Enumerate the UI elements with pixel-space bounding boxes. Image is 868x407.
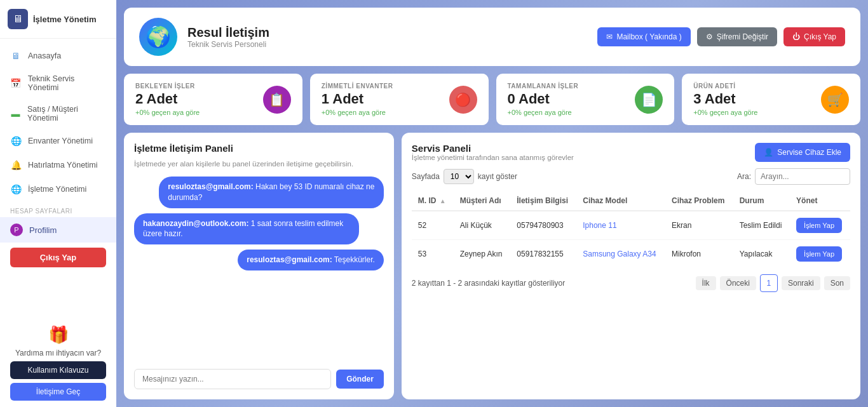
- stat-label: ZİMMETLİ ENVANTER: [322, 83, 393, 90]
- sidebar-item-label: İşletme Yönetimi: [28, 185, 86, 194]
- profile-avatar: P: [10, 224, 23, 236]
- user-plus-icon: 👤: [764, 148, 773, 157]
- service-subtitle: İşletme yönetimi tarafından sana atanmış…: [412, 154, 574, 161]
- chat-bubble: resuloztas@gmail.com: Hakan bey 53 ID nu…: [159, 177, 384, 208]
- cell-contact: 05917832155: [510, 240, 576, 269]
- cell-model: Iphone 11: [576, 211, 665, 240]
- pagination-controls: İlk Önceki 1 Sonraki Son: [696, 274, 850, 292]
- stat-label: ÜRÜN ADETİ: [693, 83, 757, 90]
- sidebar-item-label: Anasayfa: [28, 51, 61, 60]
- sidebar-logo: 🖥 İşletme Yönetim: [0, 0, 116, 39]
- stat-icon: 🔴: [449, 86, 477, 114]
- first-page-button[interactable]: İlk: [696, 276, 716, 290]
- table-row: 52 Ali Küçük 05794780903 Iphone 11 Ekran…: [412, 211, 850, 240]
- chat-bubble: hakanozaydin@outlook.com: 1 saat sonra t…: [134, 213, 359, 245]
- section-label: HESAP SAYFALARI: [0, 201, 116, 217]
- monitor-icon: 🖥: [10, 50, 22, 62]
- stat-card-zimmetli: ZİMMETLİ ENVANTER 1 Adet +0% geçen aya g…: [310, 74, 489, 125]
- header-actions: ✉ Mailbox ( Yakında ) ⚙ Şifremi Değiştir…: [597, 27, 845, 46]
- stat-info: ÜRÜN ADETİ 3 Adet +0% geçen aya göre: [693, 83, 757, 116]
- sales-icon: ▬: [10, 108, 21, 119]
- cell-problem: Ekran: [665, 211, 733, 240]
- guide-button[interactable]: Kullanım Kılavuzu: [10, 361, 106, 379]
- sidebar-item-hatirlatma[interactable]: 🔔 Hatırlatma Yönetimi: [0, 153, 116, 177]
- user-role: Teknik Servis Personeli: [187, 40, 587, 49]
- pagination: 2 kayıttan 1 - 2 arasındaki kayıtlar gös…: [412, 274, 850, 292]
- stat-value: 0 Adet: [508, 91, 579, 107]
- action-button[interactable]: İşlem Yap: [796, 218, 842, 233]
- sidebar-item-anasayfa[interactable]: 🖥 Anasayfa: [0, 44, 116, 68]
- stat-change: +0% geçen aya göre: [135, 109, 200, 116]
- cell-status: Yapılacak: [733, 240, 790, 269]
- stat-change: +0% geçen aya göre: [693, 109, 757, 116]
- records-suffix: kayıt göster: [478, 172, 517, 181]
- contact-button[interactable]: İletişime Geç: [10, 383, 106, 401]
- chat-input-row: Gönder: [134, 369, 384, 389]
- prev-page-button[interactable]: Önceki: [720, 276, 756, 290]
- chat-subtitle: İşletmede yer alan kişilerle bu panel üz…: [134, 160, 384, 168]
- col-problem: Cihaz Problem: [665, 191, 733, 211]
- message-email: resuloztas@gmail.com:: [247, 255, 332, 264]
- stat-label: TAMAMLANAN İŞLER: [508, 83, 579, 90]
- stat-info: TAMAMLANAN İŞLER 0 Adet +0% geçen aya gö…: [508, 83, 579, 116]
- sort-icon: ▲: [440, 197, 446, 204]
- globe2-icon: 🌐: [10, 183, 22, 195]
- sidebar-item-isletme[interactable]: 🌐 İşletme Yönetimi: [0, 177, 116, 201]
- device-model-text: Iphone 11: [583, 221, 616, 230]
- chat-title: İşletme İletişim Paneli: [134, 143, 384, 154]
- service-table: M. ID ▲ Müşteri Adı İletişim Bilgisi Cih…: [412, 191, 850, 268]
- stat-icon: 📄: [635, 86, 663, 114]
- stat-card-bekleyen: BEKLEYEN İŞLER 2 Adet +0% geçen aya göre…: [124, 74, 302, 125]
- sidebar-item-satis[interactable]: ▬ Satış / Müşteri Yönetimi: [0, 98, 116, 129]
- next-page-button[interactable]: Sonraki: [782, 276, 820, 290]
- stats-row: BEKLEYEN İŞLER 2 Adet +0% geçen aya göre…: [124, 74, 860, 125]
- sidebar-item-label: Envanter Yönetimi: [28, 137, 93, 145]
- gear-icon: ⚙: [706, 32, 713, 41]
- avatar: 🌍: [139, 18, 177, 56]
- help-text: Yardıma mı ihtiyacın var?: [15, 349, 101, 357]
- sidebar-logout-button[interactable]: Çıkış Yap: [10, 248, 106, 267]
- add-device-button[interactable]: 👤 Servise Cihaz Ekle: [755, 143, 850, 162]
- main-content: 🌍 Resul İletişim Teknik Servis Personeli…: [116, 0, 868, 407]
- globe-icon: 🌐: [10, 135, 22, 147]
- stat-change: +0% geçen aya göre: [322, 109, 393, 116]
- search-box: Ara:: [737, 168, 850, 185]
- last-page-button[interactable]: Son: [824, 276, 850, 290]
- show-records-control: Sayfada 10 25 50 kayıt göster: [412, 169, 517, 184]
- sidebar-item-profilim[interactable]: P Profilim: [0, 217, 116, 243]
- calendar-icon: 📅: [10, 77, 22, 89]
- chat-panel: İşletme İletişim Paneli İşletmede yer al…: [124, 133, 394, 399]
- table-header: M. ID ▲ Müşteri Adı İletişim Bilgisi Cih…: [412, 191, 850, 211]
- cell-status: Teslim Edildi: [733, 211, 790, 240]
- action-button[interactable]: İşlem Yap: [796, 246, 842, 262]
- power-icon: ⏻: [792, 32, 800, 41]
- send-button[interactable]: Gönder: [336, 370, 384, 389]
- sidebar-item-label: Teknik Servis Yönetimi: [28, 74, 106, 92]
- mail-icon: ✉: [606, 32, 613, 41]
- stat-card-urun: ÜRÜN ADETİ 3 Adet +0% geçen aya göre 🛒: [682, 74, 860, 125]
- stat-label: BEKLEYEN İŞLER: [135, 83, 200, 90]
- records-per-page-select[interactable]: 10 25 50: [444, 169, 474, 184]
- change-password-button[interactable]: ⚙ Şifremi Değiştir: [697, 27, 777, 46]
- sidebar-item-teknik-servis[interactable]: 📅 Teknik Servis Yönetimi: [0, 68, 116, 98]
- user-name: Resul İletişim: [187, 25, 587, 40]
- service-panel: Servis Paneli İşletme yönetimi tarafında…: [402, 133, 860, 399]
- service-header: Servis Paneli İşletme yönetimi tarafında…: [412, 143, 850, 162]
- current-page: 1: [760, 274, 778, 292]
- sidebar-item-envanter[interactable]: 🌐 Envanter Yönetimi: [0, 129, 116, 153]
- header-logout-button[interactable]: ⏻ Çıkış Yap: [783, 27, 845, 46]
- sidebar: 🖥 İşletme Yönetim 🖥 Anasayfa 📅 Teknik Se…: [0, 0, 116, 407]
- sidebar-help: 🎁 Yardıma mı ihtiyacın var? Kullanım Kıl…: [0, 319, 116, 407]
- search-input[interactable]: [755, 168, 850, 185]
- cell-model: Samsung Galaxy A34: [576, 240, 665, 269]
- mailbox-button[interactable]: ✉ Mailbox ( Yakında ): [597, 27, 690, 46]
- chat-message-input[interactable]: [134, 369, 331, 389]
- profile-label: Profilim: [29, 225, 57, 235]
- cell-action: İşlem Yap: [790, 240, 850, 269]
- header-card: 🌍 Resul İletişim Teknik Servis Personeli…: [124, 8, 860, 66]
- avatar-icon: 🌍: [146, 25, 171, 49]
- stat-value: 3 Adet: [693, 91, 757, 107]
- logo-text: İşletme Yönetim: [33, 15, 96, 24]
- col-status: Durum: [733, 191, 790, 211]
- stat-info: ZİMMETLİ ENVANTER 1 Adet +0% geçen aya g…: [322, 83, 393, 116]
